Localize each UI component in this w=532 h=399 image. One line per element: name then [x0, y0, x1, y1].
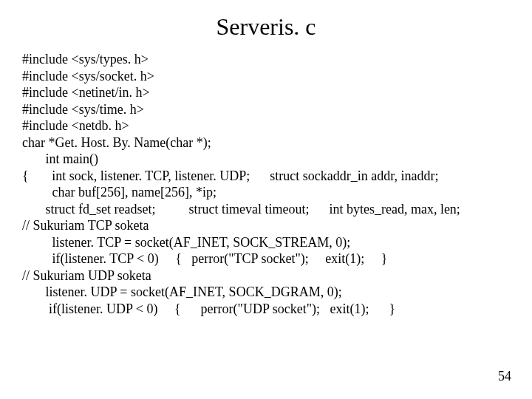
page-number: 54 — [498, 369, 511, 384]
code-line: if(listener. UDP < 0) { perror("UDP sock… — [22, 301, 510, 318]
slide-title: Serveris. c — [0, 0, 532, 51]
code-line: int main() — [22, 151, 510, 168]
code-line: { int sock, listener. TCP, listener. UDP… — [22, 168, 510, 185]
code-line: #include <netdb. h> — [22, 117, 510, 134]
code-line: char buf[256], name[256], *ip; — [22, 184, 510, 201]
code-line: if(listener. TCP < 0) { perror("TCP sock… — [22, 250, 510, 267]
code-line: char *Get. Host. By. Name(char *); — [22, 134, 510, 151]
code-line: // Sukuriam UDP soketa — [22, 267, 510, 284]
code-line: #include <sys/time. h> — [22, 101, 510, 118]
code-line: listener. TCP = socket(AF_INET, SOCK_STR… — [22, 234, 510, 251]
code-line: // Sukuriam TCP soketa — [22, 217, 510, 234]
code-line: #include <sys/types. h> — [22, 51, 510, 68]
code-line: struct fd_set readset; struct timeval ti… — [22, 201, 510, 218]
code-line: #include <sys/socket. h> — [22, 68, 510, 85]
code-line: #include <netinet/in. h> — [22, 84, 510, 101]
code-line: listener. UDP = socket(AF_INET, SOCK_DGR… — [22, 284, 510, 301]
code-body: #include <sys/types. h> #include <sys/so… — [0, 51, 532, 317]
slide: Serveris. c #include <sys/types. h> #inc… — [0, 0, 532, 399]
